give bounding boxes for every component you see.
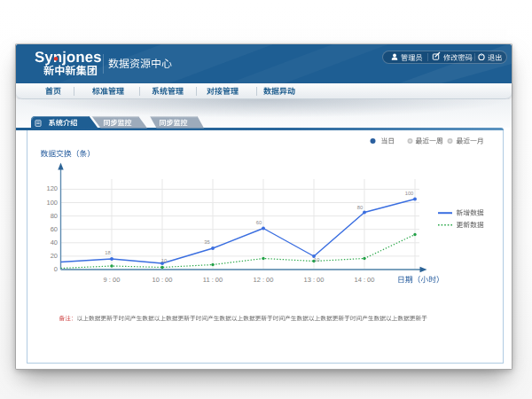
svg-text:20: 20 bbox=[50, 251, 57, 259]
svg-text:10: 10 bbox=[160, 258, 166, 263]
svg-text:10: 10 bbox=[314, 257, 319, 262]
svg-text:120: 120 bbox=[46, 184, 58, 192]
svg-text:9 : 00: 9 : 00 bbox=[103, 276, 120, 284]
svg-text:60: 60 bbox=[255, 219, 261, 224]
svg-text:80: 80 bbox=[356, 204, 362, 209]
svg-text:35: 35 bbox=[204, 239, 209, 244]
svg-text:80: 80 bbox=[50, 211, 57, 219]
svg-text:40: 40 bbox=[50, 238, 57, 246]
svg-text:0: 0 bbox=[53, 265, 57, 273]
svg-text:60: 60 bbox=[50, 224, 57, 232]
svg-text:18: 18 bbox=[105, 250, 110, 255]
svg-text:10 : 00: 10 : 00 bbox=[152, 276, 172, 284]
svg-text:100: 100 bbox=[46, 198, 58, 206]
svg-text:100: 100 bbox=[404, 191, 413, 196]
svg-text:13 : 00: 13 : 00 bbox=[303, 276, 324, 284]
svg-text:14 : 00: 14 : 00 bbox=[354, 276, 374, 284]
svg-text:12 : 00: 12 : 00 bbox=[253, 276, 273, 284]
svg-text:11 : 00: 11 : 00 bbox=[202, 276, 222, 284]
